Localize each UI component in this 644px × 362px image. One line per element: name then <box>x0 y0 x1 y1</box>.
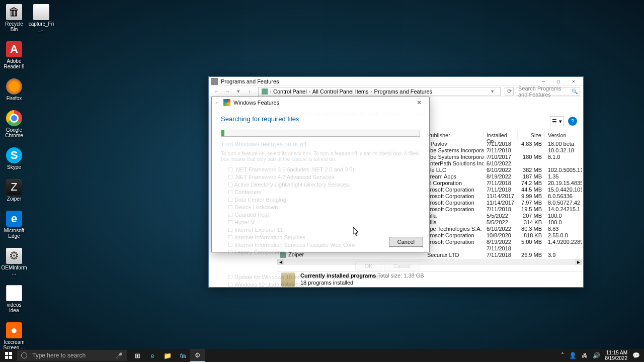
desktop-icons: 🗑Recycle BinAAdobe Reader 8FirefoxGoogle… <box>2 4 26 350</box>
mic-icon[interactable]: 🎤 <box>116 352 123 359</box>
tray-chevron-up-icon[interactable]: ˄ <box>561 352 564 359</box>
task-view-button[interactable]: ⊞ <box>130 349 145 362</box>
view-options-button[interactable]: ☰ ▾ <box>550 116 564 126</box>
dialog-back-icon: ← <box>215 100 220 106</box>
desktop-icon[interactable]: AAdobe Reader 8 <box>2 41 26 69</box>
app-icon <box>6 110 22 126</box>
tray-clock[interactable]: 11:15 AM 8/19/2022 <box>605 350 628 361</box>
ghost-ok-button: OK <box>355 261 382 270</box>
breadcrumb[interactable]: › Control Panel › All Control Panel Item… <box>258 87 501 96</box>
desktop-icon[interactable]: ⚙OEMInform... <box>2 248 26 276</box>
up-button[interactable]: ↑ <box>245 87 254 96</box>
tray-network-icon[interactable]: 🖧 <box>582 352 588 359</box>
system-tray: ˄ 👤 🖧 🔊 11:15 AM 8/19/2022 💬 <box>557 350 645 361</box>
taskbar-search[interactable]: Type here to search 🎤 <box>17 350 127 361</box>
app-icon <box>6 78 22 95</box>
dialog-heading: Searching for required files <box>221 115 420 123</box>
taskbar-explorer[interactable]: 📁 <box>160 349 175 362</box>
breadcrumb-dropdown[interactable]: ▾ <box>488 87 497 96</box>
col-publisher[interactable]: Publisher <box>424 131 484 140</box>
ghost-heading: Turn Windows features on or off <box>221 141 420 148</box>
minimize-button[interactable]: — <box>536 77 551 86</box>
tray-people-icon[interactable]: 👤 <box>569 352 577 359</box>
progress-bar <box>221 130 420 137</box>
ghost-cancel-button: Cancel <box>384 261 420 270</box>
desktop-icon[interactable]: Google Chrome <box>2 110 26 138</box>
app-icon: S <box>6 147 22 163</box>
cortana-icon <box>21 352 27 358</box>
history-dropdown[interactable]: ▾ <box>234 87 243 96</box>
titlebar: Programs and Features — ▢ ✕ <box>209 77 583 86</box>
help-icon[interactable]: ? <box>568 117 577 126</box>
desktop-icon-label: Microsoft Edge <box>2 228 26 239</box>
svg-rect-3 <box>9 356 12 359</box>
desktop-icon-label: Zoiper <box>7 196 21 202</box>
svg-rect-0 <box>5 352 8 355</box>
app-icon: ● <box>6 322 22 338</box>
desktop-icon-label: Recycle Bin <box>2 21 26 32</box>
close-button[interactable]: ✕ <box>566 77 581 86</box>
breadcrumb-item[interactable]: Control Panel <box>273 88 307 95</box>
tray-time: 11:15 AM <box>605 350 628 355</box>
back-button[interactable]: ← <box>212 87 221 96</box>
desktop-icon-label: capture_Fri_... <box>28 21 54 32</box>
app-icon: Z <box>6 179 22 195</box>
dialog-title: Windows Features <box>233 100 412 106</box>
svg-rect-2 <box>5 356 8 359</box>
col-size[interactable]: Size <box>518 131 545 140</box>
forward-button[interactable]: → <box>223 87 232 96</box>
search-placeholder: Type here to search <box>32 352 86 359</box>
col-installed[interactable]: Installed On <box>484 131 518 140</box>
app-icon: ⚙ <box>6 248 22 264</box>
desktop-icon-label: Firefox <box>7 96 22 101</box>
desktop-icon-capture[interactable]: capture_Fri_... <box>29 4 53 32</box>
taskbar-control-panel[interactable]: ⚙ <box>190 349 205 362</box>
taskbar: Type here to search 🎤 ⊞ e 📁 🛍 ⚙ ˄ 👤 🖧 🔊 … <box>0 349 644 362</box>
navbar: ← → ▾ ↑ › Control Panel › All Control Pa… <box>209 86 583 97</box>
maximize-button[interactable]: ▢ <box>551 77 566 86</box>
desktop-icon[interactable]: videos idea <box>2 285 26 313</box>
window-title: Programs and Features <box>221 78 536 84</box>
desktop-icon[interactable]: ZZoiper <box>2 179 26 202</box>
desktop-icon[interactable]: 🗑Recycle Bin <box>2 4 26 32</box>
tray-date: 8/19/2022 <box>605 355 628 361</box>
windows-features-dialog: ← Windows Features ✕ Searching for requi… <box>211 97 430 252</box>
svg-rect-1 <box>9 352 12 355</box>
windows-icon <box>223 99 230 106</box>
desktop-icon-label: Google Chrome <box>2 127 26 138</box>
scroll-right-button[interactable]: ▶ <box>575 259 582 265</box>
app-icon: A <box>6 41 22 57</box>
app-icon: 🗑 <box>6 4 22 20</box>
progress-fill <box>221 130 224 136</box>
window-icon <box>211 78 218 85</box>
desktop-icon[interactable]: SSkype <box>2 147 26 170</box>
search-input[interactable]: Search Programs and Features 🔍 <box>516 87 580 96</box>
desktop-icon-label: videos idea <box>2 302 26 313</box>
breadcrumb-item[interactable]: Programs and Features <box>374 88 433 95</box>
desktop-icon[interactable]: ●Icecream Screen ... <box>2 322 26 350</box>
app-icon: e <box>6 211 22 227</box>
desktop-icon-label: Skype <box>7 164 21 170</box>
dialog-close-button[interactable]: ✕ <box>412 98 426 108</box>
taskbar-edge[interactable]: e <box>145 349 160 362</box>
ghost-description: To turn a feature on, select its check b… <box>221 151 420 162</box>
tray-volume-icon[interactable]: 🔊 <box>593 352 600 359</box>
tray-notifications-icon[interactable]: 💬 <box>632 352 640 359</box>
refresh-button[interactable]: ⟳ <box>505 87 514 96</box>
breadcrumb-icon <box>262 88 268 95</box>
file-icon <box>33 4 49 20</box>
desktop-icon[interactable]: Firefox <box>2 78 26 101</box>
cancel-button[interactable]: Cancel <box>389 237 423 247</box>
col-version[interactable]: Version <box>545 131 582 140</box>
search-placeholder: Search Programs and Features <box>518 85 572 98</box>
app-icon <box>6 285 22 301</box>
search-icon: 🔍 <box>572 88 578 94</box>
start-button[interactable] <box>0 349 17 362</box>
taskbar-store[interactable]: 🛍 <box>175 349 190 362</box>
desktop-icon-label: Adobe Reader 8 <box>2 58 26 69</box>
breadcrumb-item[interactable]: All Control Panel Items <box>312 88 369 95</box>
dialog-ghost-content: Turn Windows features on or off To turn … <box>221 141 420 296</box>
desktop-icon-label: OEMInform... <box>1 265 27 276</box>
desktop-icon[interactable]: eMicrosoft Edge <box>2 211 26 239</box>
